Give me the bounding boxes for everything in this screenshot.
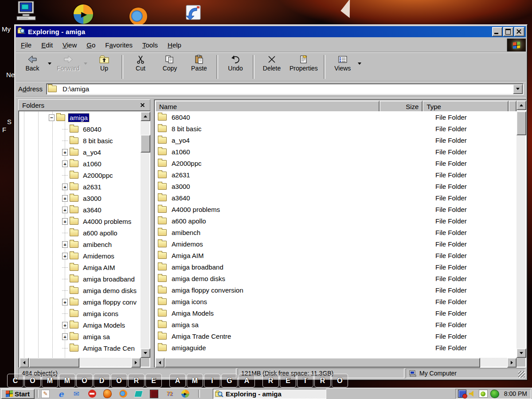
resize-grip[interactable]: [518, 371, 525, 378]
firefox-icon[interactable]: [118, 389, 128, 398]
column-header-type[interactable]: Type: [422, 101, 509, 112]
my-computer-icon[interactable]: [15, 1, 37, 21]
table-row[interactable]: a1060File Folder: [155, 146, 516, 157]
column-header-name[interactable]: Name: [155, 101, 379, 112]
delete-button[interactable]: Delete: [257, 53, 286, 81]
banner-letter-box[interactable]: M: [42, 374, 58, 387]
start-button[interactable]: Start: [1, 389, 35, 399]
firefox-icon[interactable]: [129, 8, 147, 25]
address-dropdown-button[interactable]: [513, 84, 523, 94]
table-row[interactable]: a3640File Folder: [155, 192, 516, 203]
menu-file[interactable]: File: [16, 39, 36, 51]
tree-hscroll-thumb[interactable]: [29, 358, 79, 368]
minimize-button[interactable]: [492, 27, 502, 36]
banner-letter-box[interactable]: R: [128, 374, 145, 387]
pane-splitter[interactable]: [150, 99, 154, 368]
tree-item[interactable]: Amiga AIM: [20, 262, 141, 273]
list-hscroll-thumb[interactable]: [164, 358, 480, 368]
desktop-icon-label[interactable]: S: [7, 118, 12, 125]
scroll-right-icon[interactable]: [507, 358, 516, 368]
tree-item[interactable]: +a_yo4: [20, 146, 141, 158]
up-button[interactable]: Up: [90, 53, 119, 81]
desktop-icon-label[interactable]: My: [2, 25, 11, 33]
menu-help[interactable]: Help: [163, 39, 186, 51]
internet-explorer-icon[interactable]: [56, 389, 66, 398]
tree-horizontal-scrollbar[interactable]: [20, 358, 141, 367]
banner-letter-box[interactable]: G: [221, 374, 238, 387]
tree-item[interactable]: −amiga: [20, 112, 141, 123]
banner-letter-box[interactable]: O: [332, 374, 348, 387]
tree-item[interactable]: A2000ppc: [20, 169, 141, 181]
menu-favorites[interactable]: Favorites: [100, 39, 137, 51]
table-row[interactable]: Amiga Trade CentreFile Folder: [155, 330, 516, 342]
tree-item[interactable]: +a3000: [20, 192, 141, 204]
tree-item[interactable]: 68040: [20, 123, 141, 135]
banner-letter-box[interactable]: A: [239, 374, 255, 387]
banner-letter-box[interactable]: R: [262, 374, 279, 387]
table-row[interactable]: AmidemosFile Folder: [155, 238, 516, 250]
scroll-left-icon[interactable]: [155, 358, 164, 368]
expand-plus-icon[interactable]: +: [62, 322, 68, 329]
volume-icon[interactable]: [469, 390, 476, 397]
cut-button[interactable]: Cut: [126, 53, 155, 81]
tree-item[interactable]: a600 apollo: [20, 227, 141, 239]
scroll-right-icon[interactable]: [131, 358, 141, 368]
desktop-icon-label[interactable]: Ne: [6, 71, 15, 78]
table-row[interactable]: a3000File Folder: [155, 180, 516, 192]
table-row[interactable]: Amiga AIMFile Folder: [155, 250, 516, 261]
expand-plus-icon[interactable]: +: [62, 333, 68, 340]
task-button-exploring-amiga[interactable]: Exploring - amiga: [213, 389, 326, 399]
scheduler-icon[interactable]: [458, 390, 466, 398]
banner-letter-box[interactable]: M: [187, 374, 203, 387]
scroll-up-icon[interactable]: [141, 112, 150, 121]
scroll-down-icon[interactable]: [141, 348, 150, 358]
paste-button[interactable]: Paste: [184, 53, 214, 81]
table-row[interactable]: amiga floppy conversionFile Folder: [155, 284, 516, 296]
banner-letter-box[interactable]: D: [94, 374, 110, 387]
tree-item[interactable]: +amiga sa: [20, 331, 141, 342]
tree-item[interactable]: +A4000 problems: [20, 215, 141, 227]
table-row[interactable]: amiga iconsFile Folder: [155, 296, 516, 307]
banner-letter-box[interactable]: A: [169, 374, 186, 387]
tree-item[interactable]: 8 bit basic: [20, 135, 141, 146]
show-desktop-icon[interactable]: [134, 389, 143, 398]
table-row[interactable]: a2631File Folder: [155, 169, 516, 180]
table-row[interactable]: a600 apolloFile Folder: [155, 215, 516, 227]
menu-edit[interactable]: Edit: [36, 39, 58, 51]
undo-button[interactable]: Undo: [221, 53, 250, 81]
table-row[interactable]: amiga broadbandFile Folder: [155, 261, 516, 273]
table-row[interactable]: Amiga ModelsFile Folder: [155, 307, 516, 319]
banner-letter-box[interactable]: E: [280, 374, 296, 387]
table-row[interactable]: amigaguideFile Folder: [155, 342, 516, 353]
back-button[interactable]: Back: [18, 53, 47, 81]
table-row[interactable]: A4000 problemsFile Folder: [155, 203, 516, 215]
tree-item[interactable]: +Amidemos: [20, 250, 141, 262]
chevron-down-icon[interactable]: [83, 54, 88, 80]
tree-item[interactable]: +a1060: [20, 158, 141, 169]
banner-letter-box[interactable]: I: [204, 374, 220, 387]
table-row[interactable]: a_yo4File Folder: [155, 134, 516, 146]
menu-view[interactable]: View: [58, 39, 82, 51]
chevron-down-icon[interactable]: [357, 54, 362, 80]
list-vertical-scrollbar[interactable]: [516, 101, 525, 358]
menu-tools[interactable]: Tools: [137, 39, 163, 51]
media-square-icon[interactable]: [149, 389, 159, 398]
expand-plus-icon[interactable]: +: [62, 218, 68, 225]
table-row[interactable]: amiga saFile Folder: [155, 319, 516, 330]
title-bar[interactable]: Exploring - amiga: [16, 26, 526, 37]
media-player-icon[interactable]: [180, 389, 190, 398]
close-button[interactable]: [514, 27, 524, 36]
table-row[interactable]: 8 bit basicFile Folder: [155, 123, 516, 134]
banner-letter-box[interactable]: T: [297, 374, 313, 387]
collapse-minus-icon[interactable]: −: [49, 114, 55, 121]
tree-item[interactable]: +a3640: [20, 204, 141, 215]
expand-plus-icon[interactable]: +: [62, 299, 68, 305]
expand-plus-icon[interactable]: +: [62, 184, 68, 190]
expand-plus-icon[interactable]: +: [62, 207, 68, 213]
tree-item[interactable]: amiga demo disks: [20, 285, 141, 296]
copy-button[interactable]: Copy: [155, 53, 184, 81]
expand-plus-icon[interactable]: +: [62, 253, 68, 259]
maximize-button[interactable]: [503, 27, 513, 36]
tree-item[interactable]: +a2631: [20, 181, 141, 192]
desktop-icon-label[interactable]: F: [2, 126, 6, 133]
